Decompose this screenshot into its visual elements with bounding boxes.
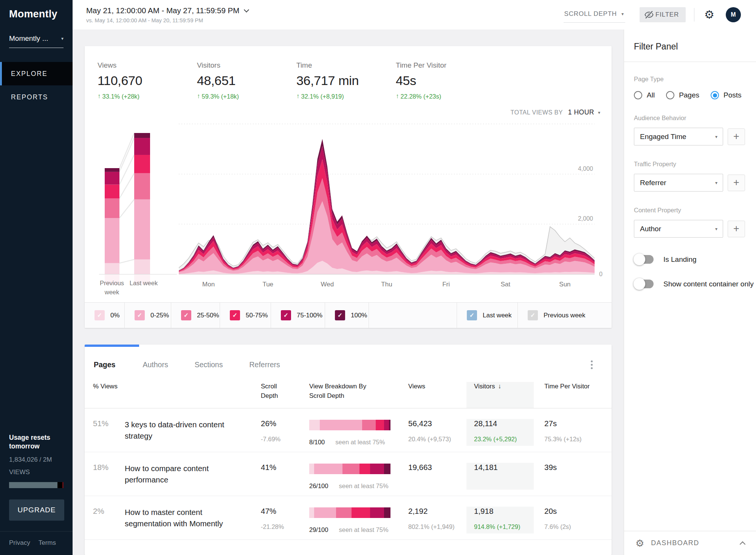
breakdown-segment-50-75pct: [359, 464, 370, 474]
breakdown-segment-25-50pct: [336, 507, 352, 518]
metric-label: Views: [98, 61, 197, 70]
content-property-select[interactable]: Author▾: [634, 220, 723, 238]
toggle-knob: [634, 278, 645, 290]
filter-selects: Audience BehaviorEngaged Time▾+Traffic P…: [624, 114, 756, 238]
breakdown-segment-0-25pct: [314, 464, 342, 474]
breakdown-segment-100pct: [384, 507, 390, 518]
seen-ratio: 26/100: [309, 482, 328, 490]
radio-option-pages[interactable]: Pages: [666, 91, 699, 99]
col-header-scroll-depth[interactable]: Scroll Depth: [261, 382, 287, 408]
tab-sections[interactable]: Sections: [195, 360, 223, 369]
svg-text:2,000: 2,000: [578, 215, 593, 222]
visitors-delta: 914.8% (+1,729): [474, 523, 534, 530]
svg-text:Mon: Mon: [202, 281, 215, 288]
content-table-card: PagesAuthorsSectionsReferrers % Views Sc…: [85, 345, 612, 555]
time-per-visitor-delta: 7.6% (2s): [544, 523, 612, 530]
add-traffic-property-filter-button[interactable]: +: [728, 175, 745, 191]
svg-text:Tue: Tue: [262, 281, 273, 288]
col-header-title: [125, 382, 261, 408]
scroll-depth-delta: -7.69%: [261, 436, 309, 443]
traffic-property-select[interactable]: Referrer▾: [634, 174, 723, 192]
active-tab-indicator: [85, 345, 139, 347]
caret-down-icon: ▾: [621, 11, 624, 17]
show-content-container-only-toggle[interactable]: [635, 280, 654, 288]
workspace-name: Momently ...: [9, 34, 48, 43]
metric-visitors: Visitors48,651↑59.3% (+18k): [197, 61, 296, 100]
avatar[interactable]: M: [726, 7, 741, 22]
date-range-selector[interactable]: May 21, 12:00:00 AM - May 27, 11:59:59 P…: [86, 6, 248, 15]
add-audience-behavior-filter-button[interactable]: +: [728, 128, 745, 145]
breakdown-segment-75-100pct: [370, 464, 384, 474]
kebab-menu-icon[interactable]: [589, 359, 594, 371]
checkbox-25-50pct[interactable]: ✓: [181, 310, 191, 320]
app-logo: Momently: [0, 0, 73, 20]
privacy-link[interactable]: Privacy: [9, 539, 30, 547]
filter-panel-title: Filter Panel: [624, 29, 756, 62]
topbar: May 21, 12:00:00 AM - May 27, 11:59:59 P…: [73, 0, 756, 29]
pct-views-value: 51%: [93, 419, 125, 446]
checkbox-previous-week[interactable]: ✓: [528, 310, 538, 320]
select-value: Referrer: [640, 179, 666, 187]
col-header-time-per-visitor[interactable]: Time Per Visitor: [534, 382, 612, 408]
views-delta: 20.4% (+9,573): [408, 436, 466, 443]
gear-icon[interactable]: ⚙: [704, 9, 714, 20]
table-row[interactable]: 51%3 keys to data-driven content strateg…: [85, 408, 612, 452]
radio-option-all[interactable]: All: [634, 91, 655, 99]
metric-selector-dropdown[interactable]: SCROLL DEPTH ▾: [564, 7, 625, 23]
add-content-property-filter-button[interactable]: +: [728, 221, 745, 237]
checkbox-50-75pct[interactable]: ✓: [230, 310, 240, 320]
breakdown-cell: 29/100seen at least 75%: [309, 507, 408, 533]
usage-count: 1,834,026 / 2M: [0, 456, 73, 464]
breakdown-segment-100pct: [384, 464, 390, 474]
filter-group-audience-behavior: Audience BehaviorEngaged Time▾+: [624, 114, 756, 145]
metric-label: Time Per Visitor: [396, 61, 495, 70]
legend-item-0-25pct: ✓0-25%: [125, 303, 171, 328]
terms-link[interactable]: Terms: [39, 539, 56, 547]
checkbox-last-week[interactable]: ✓: [467, 310, 477, 320]
checkbox-100pct[interactable]: ✓: [335, 310, 345, 320]
filter-control-row: Engaged Time▾+: [624, 122, 756, 145]
visitors-cell: 14,181: [466, 463, 534, 490]
toggle-row-show-content-container-only[interactable]: Show content container only: [624, 280, 756, 288]
checkbox-75-100pct[interactable]: ✓: [281, 310, 291, 320]
filter-toggle-button[interactable]: FILTER: [640, 7, 686, 22]
metric-value: 48,651: [197, 73, 296, 88]
time-per-visitor-value: 20s: [544, 507, 612, 516]
col-header-pct-views[interactable]: % Views: [93, 382, 125, 408]
checkbox-0pct[interactable]: ✓: [94, 310, 105, 320]
tab-referrers[interactable]: Referrers: [249, 360, 280, 369]
col-header-views[interactable]: Views: [408, 382, 466, 408]
audience-behavior-select[interactable]: Engaged Time▾: [634, 128, 723, 145]
chart-legend: ✓0%✓0-25%✓25-50%✓50-75%✓75-100%✓100%✓Las…: [85, 302, 612, 328]
svg-text:Sun: Sun: [559, 281, 570, 288]
radio-label: Posts: [723, 91, 742, 99]
scroll-depth-value: 26%: [261, 419, 309, 428]
table-row[interactable]: 2%How to master content segmentation wit…: [85, 496, 612, 540]
table-row[interactable]: 18%How to compare content performance41%…: [85, 452, 612, 496]
radio-label: Pages: [679, 91, 699, 99]
pct-views-value: 18%: [93, 463, 125, 490]
pct-views-value: 2%: [93, 507, 125, 533]
radio-option-posts[interactable]: Posts: [711, 91, 742, 99]
views-value: 56,423: [408, 419, 466, 428]
legend-item-75-100pct: ✓75-100%: [271, 303, 325, 328]
tab-pages[interactable]: Pages: [94, 360, 115, 369]
col-header-visitors[interactable]: Visitors↓: [466, 382, 534, 408]
tab-authors[interactable]: Authors: [143, 360, 168, 369]
select-value: Author: [640, 225, 661, 233]
breakdown-segment-0-25pct: [314, 507, 336, 518]
metric-time-per-visitor: Time Per Visitor45s↑22.28% (+23s): [396, 61, 495, 100]
sidebar-item-explore[interactable]: EXPLORE: [0, 62, 73, 85]
col-header-view-breakdown[interactable]: View Breakdown By Scroll Depth: [309, 382, 372, 408]
breakdown-segment-0pct: [309, 464, 314, 474]
workspace-selector[interactable]: Momently ... ▾: [9, 34, 64, 48]
sidebar-item-reports[interactable]: REPORTS: [0, 85, 73, 109]
toggle-row-is-landing[interactable]: Is Landing: [624, 255, 756, 264]
legend-spacer: [369, 303, 457, 328]
dashboard-footer[interactable]: ⚙ DASHBOARD: [624, 531, 756, 555]
is-landing-toggle[interactable]: [635, 255, 654, 264]
main-content: Views110,670↑33.1% (+28k)Visitors48,651↑…: [73, 29, 624, 555]
upgrade-button[interactable]: UPGRADE: [9, 499, 64, 521]
checkbox-0-25pct[interactable]: ✓: [135, 310, 145, 320]
visitors-value: 28,114: [474, 419, 534, 428]
